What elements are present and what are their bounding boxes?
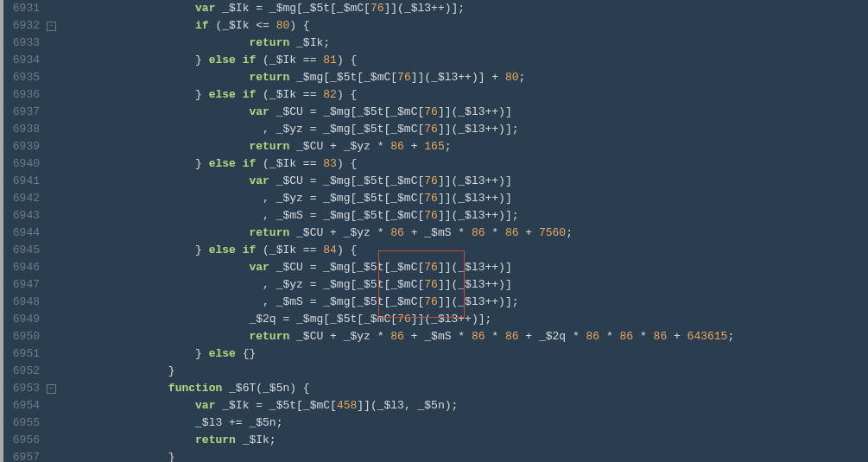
token-num: 76 (424, 123, 438, 136)
code-line[interactable]: } else if (_$Ik == 81) { (60, 52, 868, 69)
code-line[interactable]: return _$CU + _$yz * 86 + _$mS * 86 * 86… (60, 328, 868, 345)
token-kw: return (249, 140, 289, 153)
token-num: 86 (620, 330, 634, 343)
token-id: _$CU = _$mg[_$5t[_$mC[ (269, 174, 424, 187)
code-area[interactable]: var _$Ik = _$mg[_$5t[_$mC[76]](_$l3++)];… (57, 0, 868, 462)
fold-cell (45, 415, 57, 432)
fold-cell (45, 225, 57, 242)
line-number: 6939 (3, 138, 40, 155)
token-id: , _$yz = _$mg[_$5t[_$mC[ (249, 123, 424, 136)
code-line[interactable]: function _$6T(_$5n) { (60, 380, 868, 397)
code-line[interactable]: var _$Ik = _$5t[_$mC[458]](_$l3, _$5n); (60, 397, 868, 415)
indent (60, 36, 249, 49)
fold-cell (45, 138, 57, 155)
fold-toggle-icon[interactable]: − (47, 22, 56, 31)
token-id: {} (236, 347, 256, 360)
line-number: 6944 (3, 225, 40, 242)
code-line[interactable]: } else if (_$Ik == 82) { (60, 86, 868, 104)
token-num: 76 (424, 192, 438, 205)
token-num: 86 (472, 330, 485, 343)
fold-cell (45, 432, 57, 449)
code-line[interactable]: _$2q = _$mg[_$5t[_$mC[76]](_$l3++)]; (60, 311, 868, 328)
token-id: _$CU = _$mg[_$5t[_$mC[ (269, 261, 424, 274)
code-line[interactable]: } (60, 449, 868, 462)
code-line[interactable]: var _$CU = _$mg[_$5t[_$mC[76]](_$l3++)] (60, 259, 868, 276)
code-line[interactable]: , _$yz = _$mg[_$5t[_$mC[76]](_$l3++)] (60, 276, 868, 294)
line-number: 6931 (3, 0, 40, 17)
token-id: (_$Ik == (256, 54, 323, 66)
line-number: 6954 (3, 397, 40, 415)
indent (60, 2, 195, 15)
token-id: _$Ik; (236, 434, 276, 446)
token-id: ]](_$l3++)] (438, 192, 512, 205)
indent (60, 416, 195, 429)
indent (60, 71, 249, 84)
token-num: 458 (337, 399, 357, 412)
code-line[interactable]: } else if (_$Ik == 84) { (60, 242, 868, 259)
code-line[interactable]: return _$CU + _$yz * 86 + 165; (60, 138, 868, 155)
token-id: ]](_$l3++)]; (411, 313, 492, 326)
indent (60, 364, 168, 377)
token-id: ]](_$l3++)]; (438, 295, 519, 308)
token-id: (_$Ik == (256, 244, 323, 256)
indent (60, 244, 195, 256)
token-kw: var (249, 174, 269, 187)
code-line[interactable]: } (60, 363, 868, 380)
fold-cell (45, 276, 57, 294)
code-line[interactable]: return _$Ik; (60, 35, 868, 52)
token-id: _$Ik; (289, 36, 330, 49)
token-kw: return (249, 330, 289, 343)
indent (60, 347, 195, 360)
token-id: + _$mS * (404, 226, 472, 239)
indent (60, 226, 249, 239)
fold-cell (45, 363, 57, 380)
token-id: (_$Ik == (256, 157, 323, 170)
code-line[interactable]: } else {} (60, 345, 868, 363)
code-line[interactable]: return _$mg[_$5t[_$mC[76]](_$l3++)] + 80… (60, 69, 868, 86)
code-line[interactable]: _$l3 += _$5n; (60, 415, 868, 432)
code-line[interactable]: } else if (_$Ik == 83) { (60, 155, 868, 173)
token-id: ) { (337, 88, 357, 101)
token-num: 76 (397, 71, 411, 84)
token-num: 80 (276, 19, 290, 32)
code-line[interactable]: , _$mS = _$mg[_$5t[_$mC[76]](_$l3++)]; (60, 294, 868, 311)
token-kw: function (168, 382, 222, 395)
indent (60, 88, 195, 101)
code-line[interactable]: return _$CU + _$yz * 86 + _$mS * 86 * 86… (60, 225, 868, 242)
fold-cell (45, 207, 57, 225)
fold-gutter[interactable]: −− (45, 0, 57, 462)
indent (60, 382, 168, 395)
token-kw: else if (209, 157, 257, 170)
token-id: , _$yz = _$mg[_$5t[_$mC[ (249, 278, 424, 291)
code-line[interactable]: , _$yz = _$mg[_$5t[_$mC[76]](_$l3++)] (60, 190, 868, 207)
token-id: + _$2q * (519, 330, 586, 343)
line-number: 6941 (3, 173, 40, 190)
code-line[interactable]: , _$yz = _$mg[_$5t[_$mC[76]](_$l3++)]; (60, 121, 868, 138)
fold-cell (45, 104, 57, 121)
indent (60, 209, 249, 222)
fold-cell (45, 190, 57, 207)
indent (60, 105, 249, 118)
code-editor[interactable]: 6931693269336934693569366937693869396940… (0, 0, 868, 462)
fold-cell (45, 242, 57, 259)
token-id: ; (445, 140, 452, 153)
code-line[interactable]: var _$Ik = _$mg[_$5t[_$mC[76]](_$l3++)]; (60, 0, 868, 17)
token-kw: return (249, 71, 289, 84)
token-num: 76 (424, 278, 438, 291)
token-num: 76 (424, 295, 438, 308)
line-number: 6948 (3, 294, 40, 311)
fold-toggle-icon[interactable]: − (47, 384, 56, 394)
token-kw: var (249, 105, 269, 118)
code-line[interactable]: return _$Ik; (60, 432, 868, 449)
code-line[interactable]: var _$CU = _$mg[_$5t[_$mC[76]](_$l3++)] (60, 173, 868, 190)
token-id: } (195, 347, 209, 360)
fold-cell (45, 397, 57, 415)
token-kw: var (195, 399, 215, 412)
line-number: 6932 (3, 17, 40, 35)
token-id: ; (566, 226, 573, 239)
line-number: 6943 (3, 207, 40, 225)
token-id: + _$mS * (404, 330, 472, 343)
code-line[interactable]: , _$mS = _$mg[_$5t[_$mC[76]](_$l3++)]; (60, 207, 868, 225)
code-line[interactable]: var _$CU = _$mg[_$5t[_$mC[76]](_$l3++)] (60, 104, 868, 121)
code-line[interactable]: if (_$Ik <= 80) { (60, 17, 868, 35)
